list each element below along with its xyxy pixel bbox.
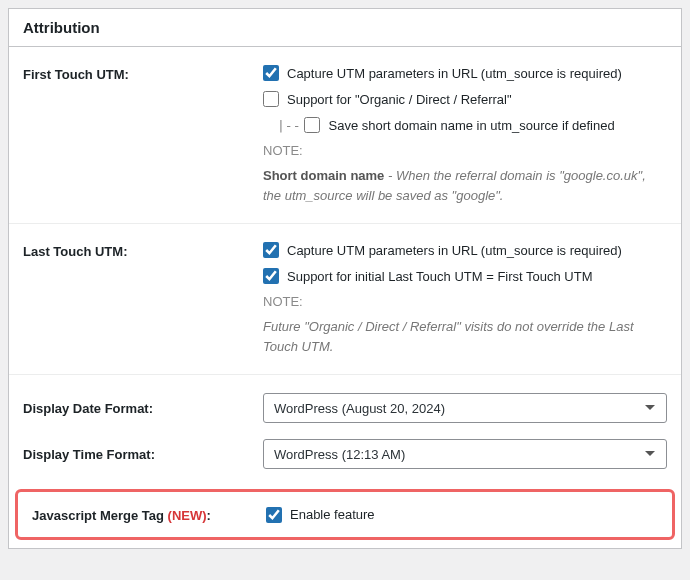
last-touch-note-label: NOTE: (263, 294, 667, 309)
js-merge-label-pre: Javascript Merge Tag (32, 508, 168, 523)
time-format-label: Display Time Format: (23, 447, 263, 462)
first-touch-support-label: Support for "Organic / Direct / Referral… (287, 92, 512, 107)
first-touch-support-checkbox[interactable] (263, 91, 279, 107)
first-touch-capture-label: Capture UTM parameters in URL (utm_sourc… (287, 66, 622, 81)
time-format-row: Display Time Format: WordPress (12:13 AM… (9, 431, 681, 483)
last-touch-support-checkbox[interactable] (263, 268, 279, 284)
panel-title: Attribution (23, 19, 667, 36)
js-merge-enable-label: Enable feature (290, 507, 375, 522)
first-touch-content: Capture UTM parameters in URL (utm_sourc… (263, 65, 667, 205)
first-touch-save-short-row: |-- Save short domain name in utm_source… (277, 117, 667, 133)
last-touch-label: Last Touch UTM: (23, 242, 263, 259)
last-touch-capture-checkbox[interactable] (263, 242, 279, 258)
first-touch-capture-checkbox[interactable] (263, 65, 279, 81)
first-touch-support-row: Support for "Organic / Direct / Referral… (263, 91, 667, 107)
panel-header: Attribution (9, 9, 681, 47)
last-touch-capture-label: Capture UTM parameters in URL (utm_sourc… (287, 243, 622, 258)
js-merge-highlight: Javascript Merge Tag (NEW): Enable featu… (15, 489, 675, 540)
date-format-label: Display Date Format: (23, 401, 263, 416)
attribution-panel: Attribution First Touch UTM: Capture UTM… (8, 8, 682, 549)
js-merge-enable-checkbox[interactable] (266, 507, 282, 523)
date-format-select[interactable]: WordPress (August 20, 2024) (263, 393, 667, 423)
last-touch-support-label: Support for initial Last Touch UTM = Fir… (287, 269, 593, 284)
first-touch-capture-row: Capture UTM parameters in URL (utm_sourc… (263, 65, 667, 81)
date-format-row: Display Date Format: WordPress (August 2… (9, 375, 681, 431)
last-touch-capture-row: Capture UTM parameters in URL (utm_sourc… (263, 242, 667, 258)
js-merge-label: Javascript Merge Tag (NEW): (32, 506, 266, 523)
first-touch-section: First Touch UTM: Capture UTM parameters … (9, 47, 681, 224)
first-touch-label: First Touch UTM: (23, 65, 263, 82)
last-touch-content: Capture UTM parameters in URL (utm_sourc… (263, 242, 667, 356)
first-touch-note-label: NOTE: (263, 143, 667, 158)
tree-mark-icon: |-- (277, 118, 300, 133)
first-touch-note-bold: Short domain name (263, 168, 384, 183)
js-merge-enable-row: Enable feature (266, 507, 658, 523)
last-touch-note-text: Future "Organic / Direct / Referral" vis… (263, 317, 667, 356)
first-touch-note-text: Short domain name - When the referral do… (263, 166, 667, 205)
js-merge-label-post: : (207, 508, 211, 523)
last-touch-section: Last Touch UTM: Capture UTM parameters i… (9, 224, 681, 375)
first-touch-save-short-checkbox[interactable] (304, 117, 320, 133)
first-touch-save-short-label: Save short domain name in utm_source if … (328, 118, 614, 133)
last-touch-support-row: Support for initial Last Touch UTM = Fir… (263, 268, 667, 284)
time-format-select[interactable]: WordPress (12:13 AM) (263, 439, 667, 469)
js-merge-label-new: (NEW) (168, 508, 207, 523)
